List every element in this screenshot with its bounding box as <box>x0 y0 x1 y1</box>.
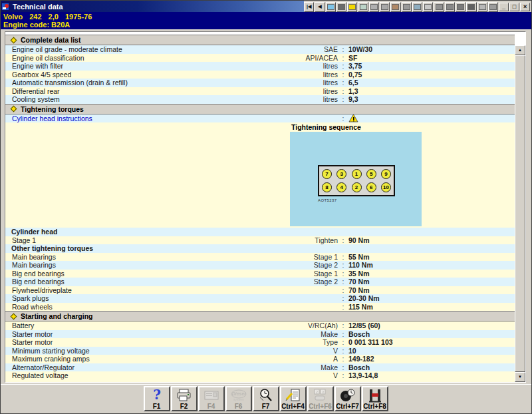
toolbar-button-display[interactable] <box>412 2 422 12</box>
vertical-scrollbar[interactable]: ▲ ▼ <box>515 45 525 382</box>
row-unit: V/RC(Ah) <box>245 321 338 329</box>
paint-icon <box>392 4 399 10</box>
row-value: Bosch <box>348 330 515 338</box>
row-colon: : <box>338 236 348 244</box>
table-row: Big end bearingsStage 1:35 Nm <box>5 270 515 278</box>
row-value: 0 001 311 103 <box>348 338 515 346</box>
fkey-button-f7[interactable]: F7 <box>253 386 279 411</box>
scrollbar-thumb[interactable] <box>515 55 525 372</box>
row-value: 55 Nm <box>348 253 515 261</box>
row-value: 10W/30 <box>348 45 515 53</box>
fkey-label: F7 <box>262 403 270 410</box>
toolbar-button-hazard[interactable] <box>477 2 487 12</box>
toolbar-button-panel[interactable] <box>423 2 433 12</box>
vehicle-model: Volvo 242 2,0 1975-76 <box>3 13 531 21</box>
section-header: Starting and charging <box>5 311 515 321</box>
row-label: Starter motor <box>5 338 245 346</box>
fkey-button-ctrl-f4[interactable]: Ctrl+F4 <box>280 386 307 411</box>
section-title: Complete data list <box>21 36 80 44</box>
restore-button[interactable]: □ <box>509 3 519 11</box>
toolbar-button-lubricants[interactable] <box>402 2 412 12</box>
electrics-icon <box>436 4 443 10</box>
row-value <box>348 114 515 122</box>
row-value: Bosch <box>348 363 515 371</box>
row-label: Minimum starting voltage <box>5 347 245 355</box>
fkey-button-ctrl-f7[interactable]: Ctrl+F7 <box>334 386 361 411</box>
fkey-button-f2[interactable]: F2 <box>171 386 198 411</box>
section-diamond-icon <box>11 313 17 319</box>
row-colon: : <box>338 286 348 294</box>
row-colon: : <box>338 355 348 363</box>
hazard-icon <box>479 4 486 10</box>
table-row: Cylinder head instructions: <box>5 114 515 123</box>
inspection-icon <box>360 4 367 10</box>
row-link-label[interactable]: Cylinder head instructions <box>5 114 245 122</box>
print-icon <box>176 387 192 403</box>
row-value: 9,3 <box>348 95 515 103</box>
row-label: Engine with filter <box>5 62 245 70</box>
row-colon: : <box>338 303 348 311</box>
hoist-icon <box>367 387 383 403</box>
row-colon: : <box>338 261 348 269</box>
minimize-button[interactable]: _ <box>499 3 509 11</box>
row-colon: : <box>338 330 348 338</box>
fkey-button-ctrl-f8[interactable]: Ctrl+F8 <box>362 386 388 411</box>
row-colon: : <box>338 87 348 95</box>
row-value: 70 Nm <box>348 286 515 294</box>
procedure-icon <box>370 4 378 10</box>
toolbar-button-vehicle[interactable] <box>380 2 390 12</box>
toolbar-button-wheel[interactable] <box>466 2 476 12</box>
scroll-up-button[interactable]: ▲ <box>515 45 525 55</box>
toolbar-button-wiring[interactable] <box>456 2 466 12</box>
section-header: Tightening torques <box>5 104 515 114</box>
section-header: Complete data list <box>5 35 515 45</box>
table-row: Other tightening torques <box>5 244 515 253</box>
nav-first-button[interactable]: |◀ <box>304 2 314 12</box>
vehicle-header: Volvo 242 2,0 1975-76 Engine code: B20A <box>1 12 531 29</box>
table-row: Starter motorMake:Bosch <box>5 330 515 339</box>
engine-icon <box>338 4 345 10</box>
toolbar-button-paint[interactable] <box>390 2 400 12</box>
toolbar-button-picture[interactable] <box>326 2 336 12</box>
panel-icon <box>424 4 432 10</box>
bolt-6: 6 <box>366 182 376 192</box>
diagram-panel: 73159842610AOT5237 <box>290 132 422 226</box>
toolbar-button-key-data[interactable] <box>347 2 357 12</box>
fkey-button-f6: DieselsystemF6 <box>225 386 252 411</box>
bolt-10: 10 <box>381 182 391 192</box>
close-button[interactable]: × <box>520 3 530 11</box>
table-row: Differential rearlitres:1,3 <box>5 87 515 96</box>
row-unit: Make <box>245 330 338 338</box>
fkey-button-f1[interactable]: ?F1 <box>144 386 170 411</box>
fkey-label: F1 <box>153 403 161 410</box>
vehicle-engine-code: Engine code: B20A <box>3 21 531 29</box>
row-label: Automatic transmission (drain & refill) <box>5 79 245 87</box>
row-unit: litres <box>245 79 338 87</box>
toolbar-button-hoist[interactable] <box>488 2 498 12</box>
row-value: 115 Nm <box>348 303 515 311</box>
toolbar-button-inspection[interactable] <box>358 2 368 12</box>
row-colon: : <box>338 270 348 278</box>
row-value: 70 Nm <box>348 278 515 286</box>
toolbar-button-engine[interactable] <box>336 2 346 12</box>
row-unit: A <box>245 355 338 363</box>
function-key-toolbar: ?F1F2F4DieselsystemF6F7Ctrl+F423Ctrl+F6C… <box>1 384 531 413</box>
scroll-down-button[interactable]: ▼ <box>515 372 525 382</box>
title-bar: Technical data |◀◀_□× <box>1 1 531 12</box>
row-unit: Stage 2 <box>245 261 338 269</box>
nav-back-button[interactable]: ◀ <box>315 2 325 12</box>
row-value: 12/85 (60) <box>348 321 515 329</box>
toolbar-button-electrics[interactable] <box>434 2 444 12</box>
diagram-title: Tightening sequence <box>291 123 361 131</box>
row-label: Engine oil classification <box>5 54 245 62</box>
row-colon: : <box>338 253 348 261</box>
wheel-icon <box>467 4 475 10</box>
row-value: 0,75 <box>348 71 515 79</box>
table-row: Spark plugs:20-30 Nm <box>5 294 515 303</box>
toolbar-button-procedure[interactable] <box>369 2 379 12</box>
toolbar-button-tools[interactable] <box>445 2 455 12</box>
warning-icon[interactable] <box>348 114 358 122</box>
row-label: Main bearings <box>5 261 245 269</box>
row-colon: : <box>338 45 348 53</box>
top-toolbar: |◀◀_□× <box>304 1 531 12</box>
